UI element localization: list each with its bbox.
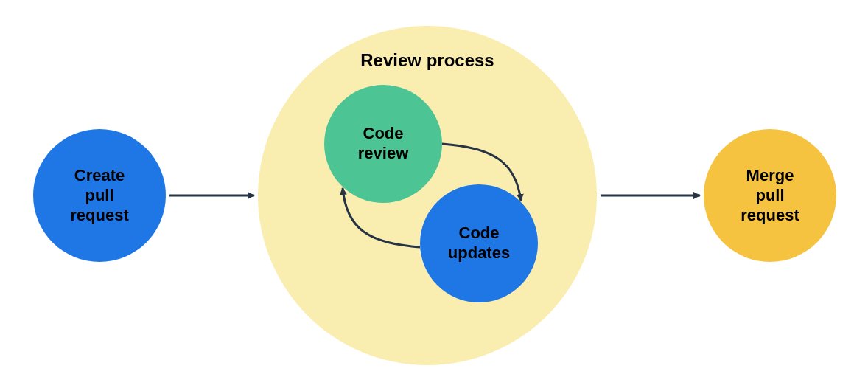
merge-pull-request-node: Merge pull request	[704, 129, 836, 262]
pull-request-review-diagram: Review process Create pull request Code …	[0, 0, 868, 391]
merge-label-3: request	[741, 206, 799, 224]
create-label-1: Create	[74, 166, 125, 184]
create-label-2: pull	[85, 186, 113, 204]
code-review-label-1: Code	[363, 124, 404, 142]
create-label-3: request	[70, 206, 129, 224]
code-review-label-2: review	[358, 144, 409, 162]
review-process-container	[258, 26, 597, 365]
create-pull-request-node: Create pull request	[33, 129, 166, 262]
code-updates-node: Code updates	[420, 184, 538, 302]
code-review-node: Code review	[324, 85, 442, 203]
review-process-title: Review process	[360, 50, 494, 70]
merge-label-1: Merge	[746, 166, 794, 184]
code-updates-label-1: Code	[459, 224, 500, 242]
code-updates-label-2: updates	[448, 243, 510, 262]
merge-label-2: pull	[755, 186, 784, 204]
